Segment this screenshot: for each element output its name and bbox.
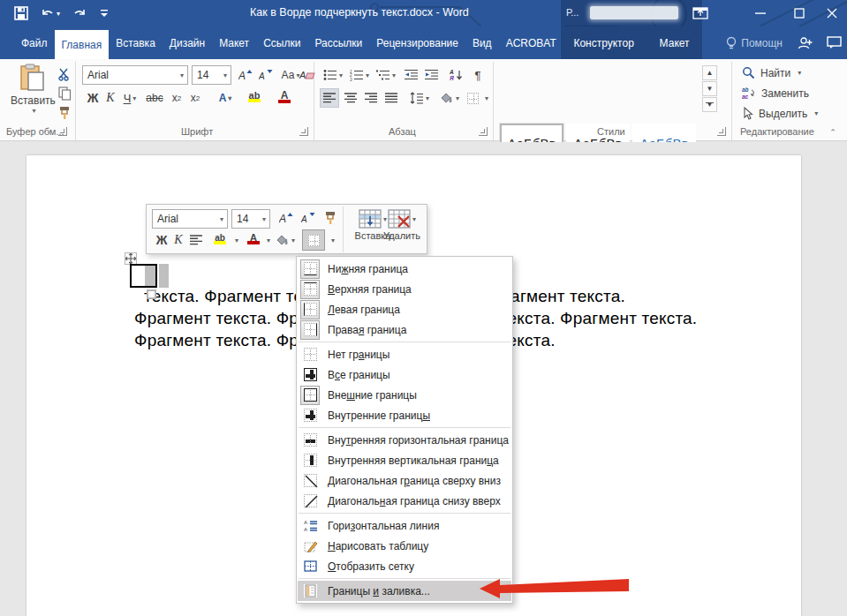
- tab-главная[interactable]: Главная: [55, 30, 110, 59]
- line-spacing-button[interactable]: ▾: [407, 88, 432, 108]
- mini-font-name-combo[interactable]: Arial▾: [152, 209, 228, 229]
- contextual-tab-конструктор[interactable]: Конструктор: [570, 37, 637, 49]
- superscript-button[interactable]: x2: [186, 88, 204, 108]
- comments-icon[interactable]: [827, 36, 842, 49]
- table-delete-button[interactable]: ▾ Удалить: [377, 209, 427, 241]
- mini-shading-button[interactable]: ▾: [274, 231, 295, 249]
- paste-dropdown-caret[interactable]: ▾: [32, 107, 35, 115]
- paragraph-dialog-launcher[interactable]: [479, 127, 488, 136]
- customize-qat-button[interactable]: [97, 4, 111, 23]
- menu-item-draw-table[interactable]: Нарисовать таблицу: [298, 536, 511, 556]
- collapse-ribbon-button[interactable]: ⌃: [825, 123, 841, 142]
- format-painter-button[interactable]: [55, 103, 74, 123]
- menu-item-inside-h[interactable]: Внутренняя горизонтальная граница: [298, 430, 511, 450]
- tab-рассылки[interactable]: Рассылки: [307, 26, 369, 59]
- justify-button[interactable]: [382, 88, 401, 108]
- strikethrough-button[interactable]: abc: [143, 88, 166, 108]
- mini-font-color-caret[interactable]: ▾: [267, 237, 270, 244]
- styles-scroll-down-button[interactable]: ▼: [702, 81, 717, 96]
- bold-button[interactable]: Ж: [84, 88, 102, 108]
- mini-borders-caret[interactable]: ▾: [326, 229, 338, 251]
- sort-button[interactable]: АЯ: [446, 65, 467, 85]
- multilevel-list-button[interactable]: ▾: [374, 65, 398, 85]
- font-size-combo[interactable]: 14▾: [192, 65, 231, 85]
- replace-button[interactable]: abacЗаменить: [742, 86, 809, 100]
- mini-highlight-button[interactable]: ab: [207, 229, 233, 247]
- grow-font-button[interactable]: А: [236, 65, 255, 85]
- mini-font-size-combo[interactable]: 14▾: [231, 209, 270, 229]
- save-button[interactable]: [12, 4, 30, 23]
- clipboard-dialog-launcher[interactable]: [58, 127, 67, 136]
- tab-макет[interactable]: Макет: [212, 26, 256, 59]
- italic-button[interactable]: К: [102, 88, 118, 108]
- mini-format-painter-button[interactable]: [321, 209, 340, 227]
- mini-grow-font-button[interactable]: А: [276, 209, 297, 227]
- table-resize-handle[interactable]: [147, 289, 156, 299]
- menu-item-inside[interactable]: Внутренние границы: [298, 405, 511, 425]
- menu-item-hline[interactable]: ААГоризонтальная линия: [298, 515, 511, 536]
- tab-ссылки[interactable]: Ссылки: [256, 26, 307, 59]
- increase-indent-button[interactable]: [422, 65, 442, 85]
- ribbon-display-options-button[interactable]: [685, 0, 715, 26]
- share-person-icon[interactable]: [797, 36, 813, 50]
- close-button[interactable]: [817, 0, 847, 26]
- decrease-indent-button[interactable]: [402, 65, 421, 85]
- bullets-button[interactable]: ▾: [321, 65, 345, 85]
- tab-вид[interactable]: Вид: [465, 26, 499, 59]
- text-effects-button[interactable]: А▾: [212, 88, 238, 108]
- font-dialog-launcher[interactable]: [299, 127, 308, 136]
- menu-item-all[interactable]: Все границы: [298, 364, 511, 385]
- highlight-button[interactable]: ab: [240, 86, 268, 106]
- menu-item-left[interactable]: Левая граница: [298, 299, 511, 319]
- undo-button[interactable]: ▾: [39, 4, 62, 23]
- mini-font-color-button[interactable]: А: [242, 229, 265, 247]
- menu-item-diag-down[interactable]: Диагональная граница сверху вниз: [298, 470, 511, 491]
- align-left-button[interactable]: [320, 88, 339, 108]
- subscript-button[interactable]: x2: [168, 88, 185, 108]
- mini-align-button[interactable]: [187, 231, 205, 249]
- mini-borders-button[interactable]: [302, 229, 325, 251]
- paste-button[interactable]: Вставить ▾: [11, 64, 56, 115]
- menu-item-top[interactable]: Верхняя граница: [298, 279, 511, 299]
- styles-dialog-launcher[interactable]: [717, 127, 726, 136]
- numbering-button[interactable]: 123▾: [347, 65, 372, 85]
- menu-item-bottom[interactable]: Нижняя граница: [298, 259, 511, 279]
- mini-shrink-font-button[interactable]: А: [298, 209, 319, 227]
- font-color-button[interactable]: А: [270, 86, 299, 106]
- menu-item-inside-v[interactable]: Внутренняя вертикальная граница: [298, 450, 511, 470]
- select-button[interactable]: Выделить▾: [742, 107, 818, 120]
- maximize-button[interactable]: [784, 0, 814, 26]
- tab-файл[interactable]: Файл: [14, 26, 55, 59]
- underline-button[interactable]: Ч▾: [118, 88, 141, 108]
- undo-dropdown-caret[interactable]: ▾: [57, 10, 60, 18]
- font-name-combo[interactable]: Arial▾: [82, 65, 188, 85]
- mini-bold-button[interactable]: Ж: [154, 231, 170, 249]
- minimize-button[interactable]: [745, 0, 775, 26]
- styles-more-button[interactable]: ▼: [702, 97, 717, 112]
- menu-item-right[interactable]: Правая граница: [298, 319, 511, 340]
- tab-acrobat[interactable]: ACROBAT: [499, 26, 563, 59]
- ribbon-borders-button[interactable]: ▾: [463, 88, 489, 108]
- align-right-button[interactable]: [361, 88, 381, 108]
- copy-button[interactable]: [55, 84, 74, 103]
- menu-item-diag-up[interactable]: Диагональная граница снизу вверх: [298, 491, 511, 511]
- tab-рецензирование[interactable]: Рецензирование: [369, 26, 465, 59]
- table-cell[interactable]: [130, 264, 157, 288]
- table-move-handle[interactable]: [125, 252, 137, 265]
- align-center-button[interactable]: [341, 88, 360, 108]
- mini-highlight-caret[interactable]: ▾: [235, 237, 238, 244]
- menu-item-outside[interactable]: Внешние границы: [298, 385, 511, 405]
- tell-me-button[interactable]: Помощн: [726, 36, 783, 50]
- mini-italic-button[interactable]: К: [171, 231, 185, 249]
- redo-button[interactable]: [71, 4, 88, 23]
- contextual-tab-макет[interactable]: Макет: [656, 37, 693, 49]
- find-button[interactable]: Найти▾: [742, 66, 801, 79]
- cut-button[interactable]: [55, 64, 74, 84]
- tab-вставка[interactable]: Вставка: [109, 26, 163, 59]
- show-marks-button[interactable]: ¶: [470, 65, 486, 85]
- menu-item-none[interactable]: Нет границы: [298, 344, 511, 364]
- shrink-font-button[interactable]: А: [256, 65, 276, 85]
- clear-formatting-button[interactable]: А: [299, 65, 316, 85]
- tab-дизайн[interactable]: Дизайн: [163, 26, 212, 59]
- styles-scroll-up-button[interactable]: ▲: [702, 65, 717, 80]
